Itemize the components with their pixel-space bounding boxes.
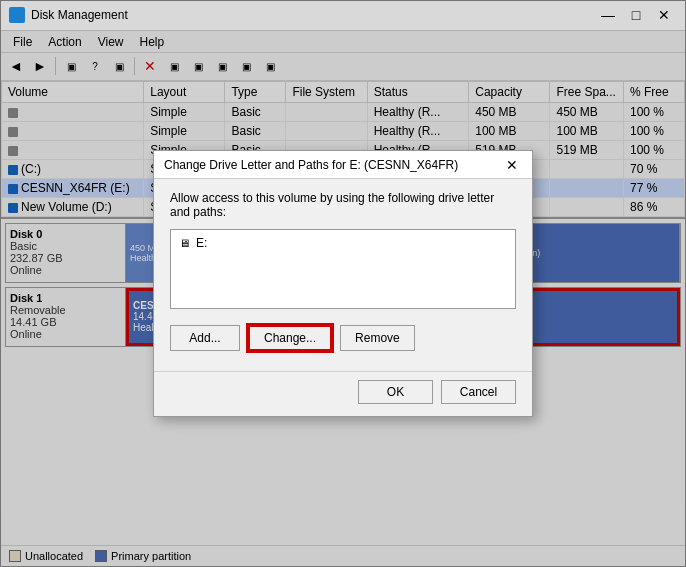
remove-button[interactable]: Remove	[340, 325, 415, 351]
drive-icon: 🖥	[179, 237, 190, 249]
dialog-list-item[interactable]: 🖥 E:	[175, 234, 511, 252]
drive-letter: E:	[196, 236, 207, 250]
dialog-overlay: Change Drive Letter and Paths for E: (CE…	[0, 0, 686, 567]
ok-button[interactable]: OK	[358, 380, 433, 404]
dialog-title-bar: Change Drive Letter and Paths for E: (CE…	[154, 151, 532, 179]
change-drive-dialog: Change Drive Letter and Paths for E: (CE…	[153, 150, 533, 417]
cancel-button[interactable]: Cancel	[441, 380, 516, 404]
dialog-title-text: Change Drive Letter and Paths for E: (CE…	[164, 158, 458, 172]
dialog-body: Allow access to this volume by using the…	[154, 179, 532, 367]
dialog-drive-list[interactable]: 🖥 E:	[170, 229, 516, 309]
dialog-action-buttons: Add... Change... Remove	[170, 321, 516, 355]
add-button[interactable]: Add...	[170, 325, 240, 351]
dialog-close-button[interactable]: ✕	[502, 157, 522, 173]
change-button[interactable]: Change...	[248, 325, 332, 351]
dialog-footer: OK Cancel	[154, 371, 532, 416]
dialog-description: Allow access to this volume by using the…	[170, 191, 516, 219]
